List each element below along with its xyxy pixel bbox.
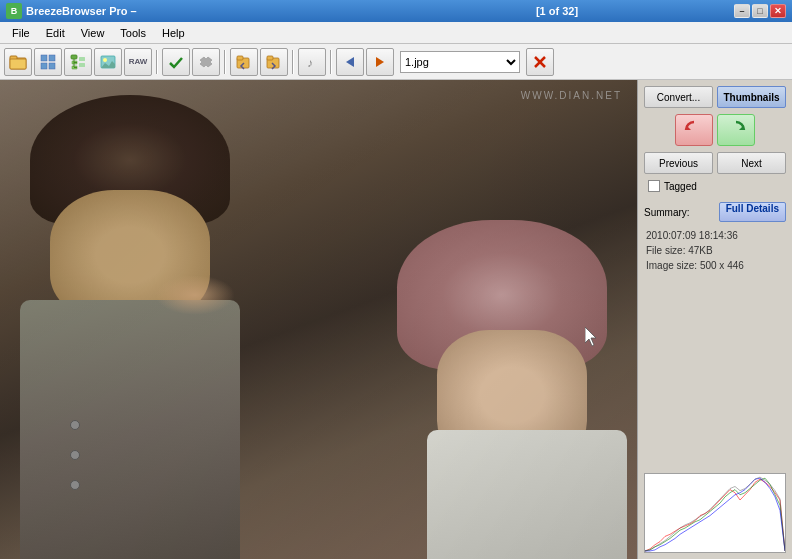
stop-button[interactable] (526, 48, 554, 76)
filename-select[interactable]: 1.jpg 2.jpg 3.jpg (400, 51, 520, 73)
detail-filesize: File size: 47KB (646, 243, 786, 258)
rotate-buttons (644, 114, 786, 146)
summary-row: Summary: Full Details (644, 202, 786, 222)
svg-rect-21 (267, 56, 273, 60)
svg-rect-4 (49, 55, 55, 61)
tree-view-button[interactable] (64, 48, 92, 76)
thumbnails-button[interactable]: Thumbnails (717, 86, 786, 108)
image-counter: [1 of 32] (380, 5, 734, 17)
close-button[interactable]: ✕ (770, 4, 786, 18)
tagged-checkbox[interactable] (648, 180, 660, 192)
raw-button[interactable]: RAW (124, 48, 152, 76)
svg-marker-23 (346, 57, 354, 67)
grid-view-button[interactable] (34, 48, 62, 76)
detail-datetime: 2010:07:09 18:14:36 (646, 228, 786, 243)
mark-button[interactable] (162, 48, 190, 76)
svg-rect-3 (41, 55, 47, 61)
histogram (644, 473, 786, 553)
svg-text:♪: ♪ (307, 56, 313, 70)
full-details-button[interactable]: Full Details (719, 202, 786, 222)
rotate-left-button[interactable] (675, 114, 713, 146)
open-button[interactable] (4, 48, 32, 76)
toolbar-sep-3 (292, 50, 294, 74)
toolbar: RAW ♪ (0, 44, 792, 80)
toolbar-sep-2 (224, 50, 226, 74)
tagged-label: Tagged (664, 181, 697, 192)
main-area: WWW.DIAN.NET Convert... Thumbnails (0, 80, 792, 559)
svg-rect-2 (10, 59, 26, 69)
title-bar: B BreezeBrowser Pro – [1 of 32] – □ ✕ (0, 0, 792, 22)
prev-folder-button[interactable] (230, 48, 258, 76)
image-panel: WWW.DIAN.NET (0, 80, 637, 559)
maximize-button[interactable]: □ (752, 4, 768, 18)
photo-overlay (0, 80, 637, 559)
photo-display (0, 80, 637, 559)
toolbar-sep-1 (156, 50, 158, 74)
svg-rect-14 (79, 63, 85, 67)
next-button[interactable]: Next (717, 152, 786, 174)
convert-button[interactable]: Convert... (644, 86, 713, 108)
svg-point-16 (103, 58, 107, 62)
menu-bar: File Edit View Tools Help (0, 22, 792, 44)
menu-edit[interactable]: Edit (38, 25, 73, 41)
details-text: 2010:07:09 18:14:36 File size: 47KB Imag… (644, 228, 786, 273)
app-title: BreezeBrowser Pro – (26, 5, 380, 17)
summary-label: Summary: (644, 207, 715, 218)
right-panel: Convert... Thumbnails Previous Next (637, 80, 792, 559)
window-controls: – □ ✕ (734, 4, 786, 18)
minimize-button[interactable]: – (734, 4, 750, 18)
back-button[interactable] (336, 48, 364, 76)
reject-button[interactable] (192, 48, 220, 76)
detail-imagesize: Image size: 500 x 446 (646, 258, 786, 273)
menu-view[interactable]: View (73, 25, 113, 41)
menu-file[interactable]: File (4, 25, 38, 41)
note-button[interactable]: ♪ (298, 48, 326, 76)
svg-rect-13 (79, 57, 85, 61)
svg-marker-24 (376, 57, 384, 67)
svg-rect-19 (237, 56, 243, 60)
previous-button[interactable]: Previous (644, 152, 713, 174)
nav-buttons-row: Previous Next (644, 152, 786, 174)
kiss-area (155, 275, 235, 315)
top-buttons-row: Convert... Thumbnails (644, 86, 786, 108)
toolbar-sep-4 (330, 50, 332, 74)
svg-rect-6 (49, 63, 55, 69)
forward-button[interactable] (366, 48, 394, 76)
filename-dropdown[interactable]: 1.jpg 2.jpg 3.jpg (400, 51, 520, 73)
app-icon: B (6, 3, 22, 19)
svg-marker-17 (200, 57, 212, 67)
svg-rect-7 (71, 55, 77, 59)
menu-tools[interactable]: Tools (112, 25, 154, 41)
shirt-buttons (70, 420, 80, 490)
image-view-button[interactable] (94, 48, 122, 76)
svg-rect-5 (41, 63, 47, 69)
rotate-right-button[interactable] (717, 114, 755, 146)
menu-help[interactable]: Help (154, 25, 193, 41)
tagged-row: Tagged (644, 180, 786, 192)
svg-rect-30 (645, 474, 785, 552)
watermark: WWW.DIAN.NET (521, 90, 622, 101)
next-folder-button[interactable] (260, 48, 288, 76)
